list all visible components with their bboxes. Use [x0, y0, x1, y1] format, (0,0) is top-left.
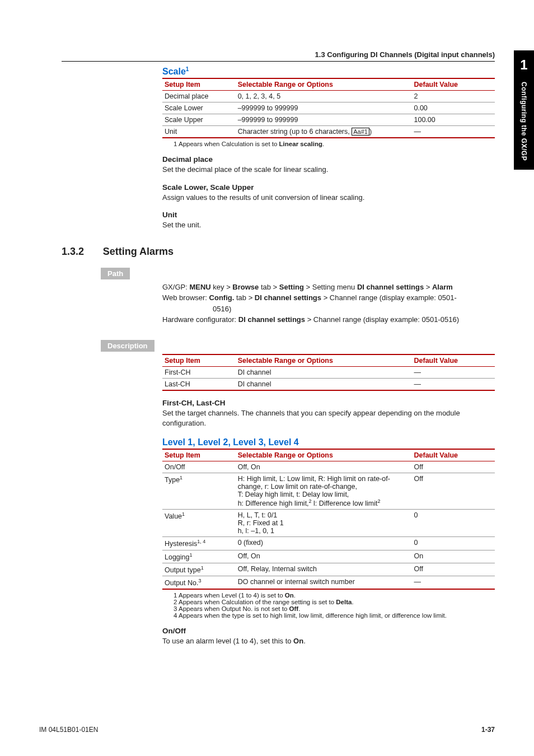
text: To use an alarm level (1 to 4), set this… — [162, 637, 293, 645]
cell: — — [411, 126, 495, 138]
cell: DI channel — [236, 366, 412, 378]
description-body: Setup Item Selectable Range or Options D… — [162, 354, 495, 646]
text: . — [294, 592, 296, 599]
text: h: Difference high limit, — [238, 500, 309, 507]
running-header: 1.3 Configuring DI Channels (Digital inp… — [62, 50, 495, 62]
section-number: 1.3.2 — [62, 246, 101, 258]
text-bold: DI channel settings — [238, 315, 305, 324]
section-title: Setting Alarms — [103, 246, 174, 257]
cell: Type1 — [162, 473, 236, 510]
page-content: 1.3 Configuring DI Channels (Digital inp… — [0, 0, 534, 646]
scale-heading-sup: 1 — [186, 66, 189, 72]
cell: Decimal place — [162, 91, 236, 102]
text: T: Delay high limit, t: Delay low limit, — [238, 491, 410, 498]
path-line-1: GX/GP: MENU key > Browse tab > Setting >… — [162, 282, 495, 293]
cell: Value1 — [162, 510, 236, 537]
cell: 0.00 — [411, 102, 495, 114]
th: Selectable Range or Options — [236, 449, 412, 461]
cell: Output No.3 — [162, 576, 236, 589]
cell: Off, On — [236, 550, 412, 563]
text: Character string (up to 6 characters, — [238, 128, 352, 136]
text-bold: Config. — [209, 293, 235, 302]
cell: Off, Relay, Internal switch — [236, 563, 412, 576]
scale-footnote: 1 Appears when Calculation is set to Lin… — [174, 141, 495, 147]
text-bold: Setting — [279, 283, 304, 291]
decimal-place-heading: Decimal place — [162, 155, 495, 164]
text-bold: Browse — [232, 283, 259, 291]
scale-lower-upper-text: Assign values to the results of unit con… — [162, 193, 495, 203]
cell: DO channel or internal switch number — [236, 576, 412, 589]
text-bold: MENU — [189, 283, 210, 291]
th-range: Selectable Range or Options — [236, 78, 412, 91]
text: Output type — [165, 566, 201, 574]
level-footnote-2: 2 Appears when Calculation of the range … — [174, 599, 495, 605]
description-label: Description — [101, 340, 154, 352]
chapter-label: Configuring the GX/GP — [520, 80, 528, 170]
cell: 0 — [411, 537, 495, 550]
th: Setup Item — [162, 449, 236, 461]
text-bold: DI channel settings — [357, 283, 424, 291]
page-footer: IM 04L51B01-01EN 1-37 — [39, 726, 495, 734]
table-header-row: Setup Item Selectable Range or Options D… — [162, 354, 495, 367]
text: > — [424, 283, 432, 291]
path-block: Path — [101, 258, 495, 279]
side-tab: 1 Configuring the GX/GP — [514, 50, 534, 170]
text: tab > — [259, 283, 279, 291]
table-row: Type1 H: High limit, L: Low limit, R: Hi… — [162, 473, 495, 510]
text-bold: DI channel settings — [255, 293, 321, 302]
text: tab > — [234, 293, 255, 302]
cell: — — [411, 366, 495, 378]
cell: On — [411, 550, 495, 563]
sup: 1, 4 — [197, 539, 205, 544]
text: 1 Appears when Level (1 to 4) is set to — [174, 592, 285, 599]
th: Default Value — [411, 449, 495, 461]
cell: 0 — [411, 510, 495, 537]
cell: Off, On — [236, 461, 412, 473]
char-box-icon: Aa#1 — [352, 128, 369, 136]
cell: On/Off — [162, 461, 236, 473]
path-label: Path — [101, 268, 130, 279]
text: 1 Appears when Calculation is set to — [174, 141, 279, 147]
table-row: Output No.3 DO channel or internal switc… — [162, 576, 495, 589]
text: H: High limit, L: Low limit, R: High lim… — [238, 475, 410, 483]
first-last-ch-text: Set the target channels. The channels th… — [162, 408, 495, 428]
cell: Scale Upper — [162, 114, 236, 126]
unit-heading: Unit — [162, 211, 495, 219]
table-row: Scale Lower –999999 to 999999 0.00 — [162, 102, 495, 114]
text: H, L, T, t: 0/1 — [238, 511, 410, 519]
sup: 2 — [377, 498, 380, 504]
text-bold: Linear scaling — [279, 141, 322, 147]
cell: Scale Lower — [162, 102, 236, 114]
table-header-row: Setup Item Selectable Range or Options D… — [162, 78, 495, 91]
sup: 1 — [201, 565, 204, 571]
cell: 100.00 — [411, 114, 495, 126]
section-1-3-2: 1.3.2 Setting Alarms — [62, 246, 495, 258]
cell: Character string (up to 6 characters, Aa… — [236, 126, 412, 138]
cell: Off — [411, 461, 495, 473]
cell: 0, 1, 2, 3, 4, 5 — [236, 91, 412, 102]
text: Type — [165, 476, 180, 484]
unit-text: Set the unit. — [162, 220, 495, 230]
cell: –999999 to 999999 — [236, 102, 412, 114]
scale-heading-text: Scale — [162, 67, 186, 76]
text: 2 Appears when Calculation of the range … — [174, 599, 336, 605]
cell: Off — [411, 563, 495, 576]
level-footnote-3: 3 Appears when Output No. is not set to … — [174, 605, 495, 612]
cell: — — [411, 576, 495, 589]
text: Value — [165, 513, 182, 521]
path-line-3: Hardware configurator: DI channel settin… — [162, 314, 495, 325]
cell: DI channel — [236, 378, 412, 390]
th: Default Value — [411, 354, 495, 367]
path-line-2b: 0516) — [213, 304, 495, 315]
sup: 3 — [198, 578, 201, 584]
level-heading: Level 1, Level 2, Level 3, Level 4 — [162, 437, 495, 447]
cell: H: High limit, L: Low limit, R: High lim… — [236, 473, 412, 510]
text: Hysteresis — [165, 540, 197, 548]
cell: –999999 to 999999 — [236, 114, 412, 126]
text: h: Difference high limit,2 l: Difference… — [238, 498, 410, 507]
text: ) — [369, 128, 372, 136]
decimal-place-text: Set the decimal place of the scale for l… — [162, 165, 495, 175]
text: h, l: –1, 0, 1 — [238, 527, 410, 535]
table-row: Value1 H, L, T, t: 0/1 R, r: Fixed at 1 … — [162, 510, 495, 537]
footer-page-number: 1-37 — [481, 726, 495, 734]
